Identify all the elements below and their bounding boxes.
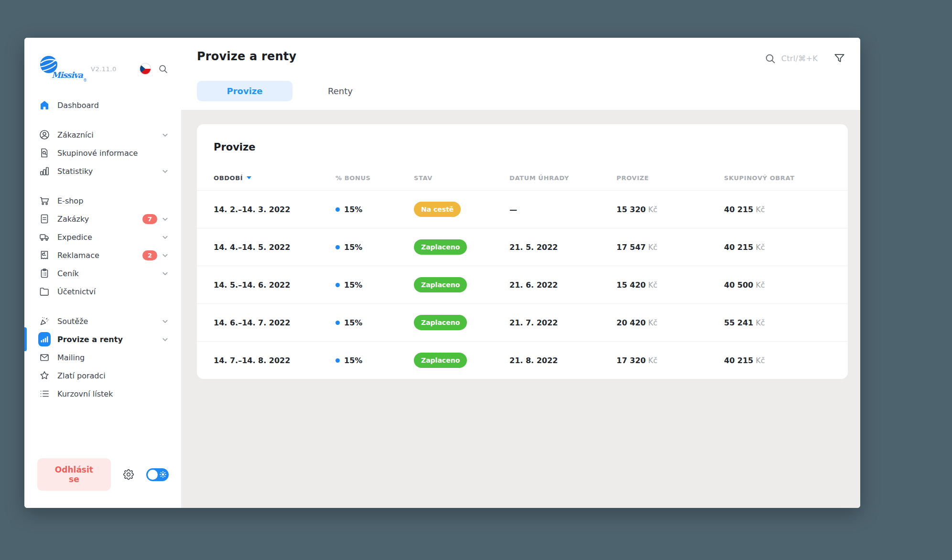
column-header-stav[interactable]: STAV	[414, 174, 509, 182]
sidebar-item-mailing[interactable]: Mailing	[24, 348, 181, 366]
blue-dot-icon	[335, 321, 340, 325]
sidebar-item-kurzovni-listek[interactable]: Kurzovní lístek	[24, 385, 181, 403]
star-icon	[38, 370, 51, 381]
sidebar-item-cenik[interactable]: Ceník	[24, 264, 181, 282]
sidebar-item-expedice[interactable]: Expedice	[24, 228, 181, 246]
column-header-skupinovy-obrat[interactable]: SKUPINOVÝ OBRAT	[724, 174, 831, 182]
main-header: Provize a renty Ctrl/⌘+K Provize Renty	[181, 38, 860, 110]
returns-icon	[38, 249, 51, 261]
column-header-bonus[interactable]: % BONUS	[335, 174, 414, 182]
paid-date-cell: 21. 6. 2022	[509, 280, 617, 290]
period-cell: 14. 5.–14. 6. 2022	[214, 280, 335, 290]
search-shortcut-hint: Ctrl/⌘+K	[781, 54, 818, 63]
content-area: Provize OBDOBÍ % BONUS STAV DATUM ÚHRADY…	[181, 110, 860, 508]
missiva-logo: Missiva ®	[37, 55, 87, 83]
app-version: V2.11.0	[91, 65, 117, 73]
sidebar-item-souteze[interactable]: Soutěže	[24, 312, 181, 330]
orders-count-badge: 7	[142, 214, 157, 224]
table-row[interactable]: 14. 4.–14. 5. 2022 15% Zaplaceno 21. 5. …	[197, 228, 848, 266]
customer-icon	[38, 129, 51, 140]
status-badge: Zaplaceno	[414, 315, 467, 330]
clipboard-icon	[38, 268, 51, 279]
card-title: Provize	[214, 141, 848, 153]
sidebar-item-zlati-poradci[interactable]: Zlatí poradci	[24, 366, 181, 385]
tab-provize[interactable]: Provize	[197, 81, 292, 101]
main-area: Provize a renty Ctrl/⌘+K Provize Renty	[181, 38, 860, 508]
active-indicator-bar	[24, 327, 27, 351]
sidebar-item-ucetnictvi[interactable]: Účetnictví	[24, 282, 181, 301]
provize-cell: 15 420Kč	[617, 280, 724, 290]
blue-dot-icon	[335, 358, 340, 363]
sidebar-item-statistiky[interactable]: Statistiky	[24, 162, 181, 180]
registered-mark: ®	[83, 78, 87, 83]
chevron-down-icon	[162, 215, 169, 223]
sidebar-item-provize-a-renty[interactable]: Provize a renty	[24, 330, 181, 348]
logout-button[interactable]: Odhlásit se	[37, 458, 111, 491]
sidebar-item-eshop[interactable]: E-shop	[24, 192, 181, 210]
period-cell: 14. 2.–14. 3. 2022	[214, 205, 335, 214]
bonus-cell: 15%	[335, 356, 414, 365]
returns-count-badge: 2	[142, 250, 157, 260]
obrat-cell: 40 500Kč	[724, 280, 831, 290]
chevron-down-icon	[162, 252, 169, 259]
bonus-cell: 15%	[335, 243, 414, 252]
table-header-row: OBDOBÍ % BONUS STAV DATUM ÚHRADY PROVIZE…	[197, 165, 848, 190]
sidebar-search-icon[interactable]	[158, 64, 169, 75]
sidebar-item-zakaznici[interactable]: Zákazníci	[24, 126, 181, 144]
chevron-down-icon	[162, 336, 169, 343]
blue-dot-icon	[335, 283, 340, 287]
app-window: Missiva ® V2.11.0	[24, 38, 860, 508]
table-row[interactable]: 14. 2.–14. 3. 2022 15% Na cestě — 15 320…	[197, 190, 848, 228]
toggle-knob	[148, 470, 158, 480]
column-header-provize[interactable]: PROVIZE	[617, 174, 724, 182]
chevron-down-icon	[162, 234, 169, 241]
paid-date-cell: 21. 5. 2022	[509, 243, 617, 252]
table-row[interactable]: 14. 5.–14. 6. 2022 15% Zaplaceno 21. 6. …	[197, 266, 848, 303]
paid-date-cell: 21. 8. 2022	[509, 356, 617, 365]
blue-dot-icon	[335, 245, 340, 249]
orders-file-icon	[38, 213, 51, 225]
bonus-cell: 15%	[335, 280, 414, 290]
global-search-icon[interactable]	[764, 53, 777, 65]
bonus-cell: 15%	[335, 318, 414, 327]
status-badge: Zaplaceno	[414, 239, 467, 255]
status-badge: Zaplaceno	[414, 353, 467, 368]
filter-icon[interactable]	[833, 52, 846, 65]
logo-text: Missiva	[52, 70, 83, 80]
provize-cell: 17 547Kč	[617, 243, 724, 252]
settings-gear-icon[interactable]	[122, 468, 135, 481]
table-row[interactable]: 14. 7.–14. 8. 2022 15% Zaplaceno 21. 8. …	[197, 341, 848, 379]
provize-cell: 17 320Kč	[617, 356, 724, 365]
tab-bar: Provize Renty	[197, 81, 388, 101]
bar-chart-icon	[38, 165, 51, 177]
sidebar-item-dashboard[interactable]: Dashboard	[24, 96, 181, 114]
paid-date-cell: 21. 7. 2022	[509, 318, 617, 327]
status-badge: Na cestě	[414, 202, 461, 217]
sidebar-footer: Odhlásit se	[24, 458, 181, 508]
sun-icon	[159, 471, 167, 478]
column-header-datum-uhrady[interactable]: DATUM ÚHRADY	[509, 174, 617, 182]
blue-dot-icon	[335, 207, 340, 212]
tab-renty[interactable]: Renty	[292, 81, 388, 101]
period-cell: 14. 4.–14. 5. 2022	[214, 243, 335, 252]
sidebar: Missiva ® V2.11.0	[24, 38, 181, 508]
obrat-cell: 40 215Kč	[724, 243, 831, 252]
obrat-cell: 40 215Kč	[724, 205, 831, 214]
chevron-down-icon	[162, 318, 169, 325]
theme-toggle[interactable]	[146, 468, 169, 481]
czech-flag-icon[interactable]	[139, 63, 151, 75]
obrat-cell: 55 241Kč	[724, 318, 831, 327]
shopping-cart-icon	[38, 195, 51, 206]
chevron-down-icon	[162, 168, 169, 175]
page-title: Provize a renty	[197, 50, 296, 63]
period-cell: 14. 7.–14. 8. 2022	[214, 356, 335, 365]
provize-cell: 20 420Kč	[617, 318, 724, 327]
sidebar-item-skupinove-informace[interactable]: Skupinové informace	[24, 144, 181, 162]
sidebar-item-reklamace[interactable]: Reklamace 2	[24, 246, 181, 264]
table-row[interactable]: 14. 6.–14. 7. 2022 15% Zaplaceno 21. 7. …	[197, 303, 848, 341]
column-header-obdobi[interactable]: OBDOBÍ	[214, 174, 335, 182]
commissions-chart-icon	[38, 332, 51, 346]
folder-icon	[38, 286, 51, 297]
paid-date-cell: —	[509, 205, 617, 214]
sidebar-item-zakazky[interactable]: Zakázky 7	[24, 210, 181, 228]
